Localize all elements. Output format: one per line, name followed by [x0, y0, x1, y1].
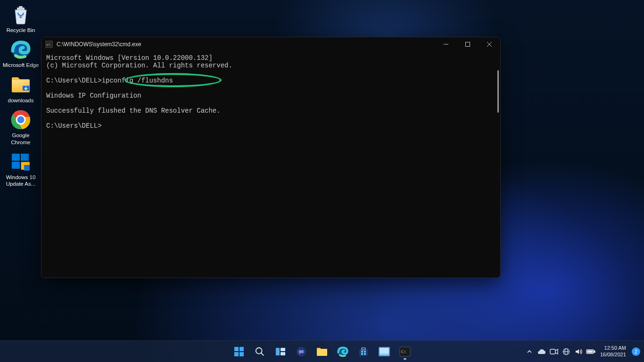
icon-label: Windows 10 Update As... [2, 174, 39, 188]
taskbar-center: C:\ [230, 341, 414, 362]
windows-update-assistant-icon[interactable]: Windows 10 Update As... [2, 149, 40, 191]
svg-rect-40 [380, 348, 389, 354]
cmd-window[interactable]: c:\ C:\WINDOWS\system32\cmd.exe Microsof… [41, 37, 501, 278]
desktop[interactable]: Recycle Bin Microsoft Edge [0, 0, 644, 362]
clock-time: 12:50 AM [604, 345, 626, 351]
cmd-line: Microsoft Windows [Version 10.0.22000.13… [46, 54, 213, 62]
downloads-folder-icon[interactable]: downloads [2, 73, 40, 107]
clock-date: 16/08/2021 [600, 352, 626, 358]
svg-rect-23 [234, 352, 239, 356]
svg-rect-44 [550, 349, 555, 354]
svg-rect-9 [21, 154, 29, 161]
svg-point-25 [256, 347, 262, 354]
svg-rect-0 [17, 8, 25, 10]
cmd-line: Windows IP Configuration [46, 92, 141, 99]
svg-rect-36 [364, 351, 366, 353]
recycle-bin-glyph [10, 4, 31, 25]
chrome-glyph [10, 109, 31, 130]
svg-rect-33 [359, 349, 368, 356]
svg-rect-29 [281, 352, 285, 355]
cmd-prompt: C:\Users\DELL> [46, 77, 102, 84]
cmd-button[interactable]: C:\ [396, 342, 414, 361]
app-button[interactable] [375, 342, 394, 361]
battery-icon[interactable] [585, 342, 596, 361]
taskbar[interactable]: C:\ 12:50 AM 16/08/2021 2 [0, 340, 644, 362]
svg-rect-22 [239, 347, 244, 351]
folder-glyph [10, 74, 31, 95]
icon-label: downloads [8, 97, 34, 104]
svg-rect-37 [361, 353, 363, 355]
cmd-output[interactable]: Microsoft Windows [Version 10.0.22000.13… [41, 51, 500, 278]
icon-label: Google Chrome [2, 132, 39, 146]
svg-rect-34 [362, 348, 365, 350]
svg-rect-50 [587, 351, 593, 353]
svg-text:C:\: C:\ [401, 350, 406, 354]
win-update-glyph [10, 151, 31, 172]
notifications-badge[interactable]: 2 [632, 347, 640, 356]
taskbar-clock[interactable]: 12:50 AM 16/08/2021 [597, 345, 629, 357]
recycle-bin-icon[interactable]: Recycle Bin [2, 2, 40, 37]
svg-rect-10 [12, 162, 20, 169]
system-tray: 12:50 AM 16/08/2021 2 [524, 341, 640, 362]
close-button[interactable] [479, 37, 500, 51]
maximize-button[interactable] [457, 37, 479, 51]
minimize-button[interactable] [435, 37, 457, 51]
start-button[interactable] [230, 342, 248, 361]
svg-rect-27 [276, 348, 280, 355]
cmd-titlebar[interactable]: c:\ C:\WINDOWS\system32\cmd.exe [41, 37, 500, 51]
cmd-title: C:\WINDOWS\system32\cmd.exe [57, 41, 141, 48]
meetnow-icon[interactable] [548, 342, 560, 361]
edge-button[interactable] [333, 342, 352, 361]
icon-label: Recycle Bin [7, 27, 35, 33]
svg-rect-18 [466, 42, 470, 47]
svg-rect-13 [24, 165, 30, 171]
search-button[interactable] [250, 342, 269, 361]
svg-line-26 [261, 353, 264, 355]
icon-label: Microsoft Edge [3, 62, 39, 68]
svg-rect-28 [281, 348, 285, 351]
svg-rect-21 [234, 347, 239, 351]
svg-rect-35 [361, 351, 363, 353]
desktop-icons: Recycle Bin Microsoft Edge [2, 2, 40, 191]
svg-rect-31 [317, 349, 327, 356]
svg-rect-38 [364, 353, 366, 355]
chat-button[interactable] [292, 342, 311, 361]
svg-rect-24 [239, 352, 244, 356]
onedrive-icon[interactable] [536, 342, 547, 361]
cmd-scrollbar[interactable] [497, 70, 499, 113]
svg-rect-8 [12, 154, 20, 161]
microsoft-edge-icon[interactable]: Microsoft Edge [2, 37, 40, 72]
svg-rect-1 [19, 6, 23, 8]
svg-rect-41 [380, 354, 389, 355]
google-chrome-icon[interactable]: Google Chrome [2, 107, 40, 149]
cmd-line: Successfully flushed the DNS Resolver Ca… [46, 107, 221, 115]
cmd-prompt: C:\Users\DELL> [46, 122, 102, 130]
taskview-button[interactable] [271, 342, 290, 361]
language-icon[interactable] [561, 342, 572, 361]
cmd-typed-command: ipconfig /flushdns [102, 77, 173, 84]
svg-text:c:\: c:\ [47, 42, 51, 47]
cmd-line: (c) Microsoft Corporation. All rights re… [46, 62, 232, 69]
tray-overflow-button[interactable] [524, 342, 535, 361]
svg-rect-49 [594, 351, 595, 353]
volume-icon[interactable] [573, 342, 584, 361]
edge-glyph [10, 39, 31, 60]
file-explorer-button[interactable] [313, 342, 331, 361]
cmd-app-icon: c:\ [45, 41, 53, 48]
microsoft-store-button[interactable] [354, 342, 373, 361]
